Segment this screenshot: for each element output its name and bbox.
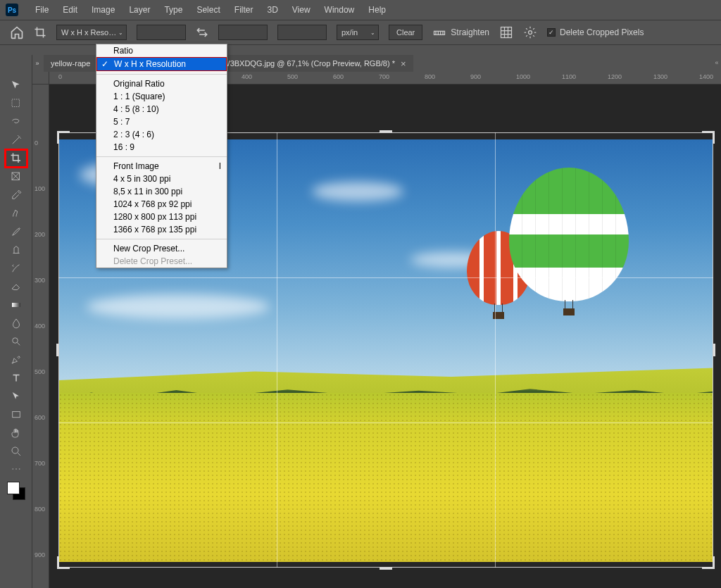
field-region [58, 393, 713, 562]
chevron-down-icon: ⌄ [370, 30, 375, 36]
balloon-green [509, 168, 629, 315]
marquee-tool[interactable] [5, 94, 27, 113]
frame-tool[interactable] [5, 168, 27, 186]
path-selection-tool[interactable] [5, 387, 27, 406]
pen-tool[interactable] [5, 351, 27, 369]
straighten-label[interactable]: Straighten [451, 27, 489, 37]
type-tool[interactable] [5, 369, 27, 387]
cloud-shape [87, 294, 270, 319]
preset-item[interactable]: 1024 x 768 px 92 ppi [96, 198, 227, 211]
crop-handle-bm[interactable] [380, 567, 392, 570]
close-tab-icon[interactable]: × [401, 58, 406, 69]
preset-item[interactable]: ✓W x H x Resolution [96, 57, 227, 71]
delete-cropped-checkbox[interactable]: ✓ Delete Cropped Pixels [547, 27, 644, 37]
menu-select[interactable]: Select [189, 2, 227, 18]
crop-width-input[interactable] [137, 25, 186, 40]
delete-cropped-label: Delete Cropped Pixels [560, 27, 644, 37]
blur-tool[interactable] [5, 314, 27, 332]
move-tool[interactable] [5, 76, 27, 94]
menu-help[interactable]: Help [361, 2, 393, 18]
preset-item[interactable]: 1 : 1 (Square) [96, 90, 227, 103]
preset-item[interactable]: 8,5 x 11 in 300 ppi [96, 185, 227, 198]
brush-tool[interactable] [5, 223, 27, 241]
preset-item[interactable]: 5 : 7 [96, 115, 227, 128]
preset-item[interactable]: New Crop Preset... [96, 242, 227, 255]
menu-bar: Ps FileEditImageLayerTypeSelectFilter3DV… [0, 0, 721, 20]
resolution-unit-select[interactable]: px/in ⌄ [337, 25, 379, 40]
menu-file[interactable]: File [28, 2, 56, 18]
preset-item[interactable]: Original Ratio [96, 77, 227, 90]
preset-item[interactable]: 4 x 5 in 300 ppi [96, 173, 227, 185]
crop-preset-menu: Ratio✓W x H x ResolutionOriginal Ratio1 … [96, 44, 227, 268]
tab-chevron-icon[interactable]: » [32, 56, 42, 71]
zoom-tool[interactable] [5, 442, 27, 461]
menu-view[interactable]: View [285, 2, 318, 18]
menu-image[interactable]: Image [84, 2, 122, 18]
eraser-tool[interactable] [5, 277, 27, 296]
checkbox-icon: ✓ [547, 28, 556, 37]
edit-toolbar-icon[interactable]: ⋯ [11, 463, 21, 475]
menu-layer[interactable]: Layer [122, 2, 157, 18]
preset-item[interactable]: 2 : 3 (4 : 6) [96, 128, 227, 141]
svg-rect-1 [501, 27, 512, 38]
healing-brush-tool[interactable] [5, 204, 27, 223]
tools-panel: ⋯ [0, 55, 32, 588]
menu-filter[interactable]: Filter [227, 2, 261, 18]
panel-expand-icon[interactable]: « [713, 55, 721, 70]
options-bar: W x H x Reso… ⌄ px/in ⌄ Clear Straighten… [0, 20, 721, 45]
preset-item[interactable]: Ratio [96, 44, 227, 57]
preset-item[interactable]: 4 : 5 (8 : 10) [96, 103, 227, 115]
document-title-prefix: yellow-rape [51, 59, 90, 68]
menu-3d[interactable]: 3D [260, 2, 284, 18]
gradient-tool[interactable] [5, 296, 27, 314]
svg-rect-7 [12, 412, 20, 418]
hand-tool[interactable] [5, 424, 27, 442]
unit-label: px/in [341, 28, 358, 37]
svg-point-6 [12, 338, 18, 344]
clear-button[interactable]: Clear [389, 25, 422, 40]
home-icon[interactable] [10, 25, 24, 39]
dodge-tool[interactable] [5, 332, 27, 351]
eyedropper-tool[interactable] [5, 186, 27, 204]
app-logo: Ps [6, 4, 18, 16]
lasso-tool[interactable] [5, 113, 27, 131]
chevron-down-icon: ⌄ [118, 30, 123, 36]
clone-stamp-tool[interactable] [5, 241, 27, 259]
cloud-shape [312, 182, 403, 201]
swap-dimensions-icon[interactable] [196, 26, 208, 39]
crop-tool-icon [34, 26, 46, 39]
preset-item[interactable]: Front ImageI [96, 160, 227, 173]
preset-item[interactable]: 16 : 9 [96, 141, 227, 154]
svg-point-2 [529, 31, 532, 35]
ruler-corner [32, 72, 49, 85]
menu-type[interactable]: Type [157, 2, 189, 18]
crop-resolution-input[interactable] [277, 25, 327, 40]
history-brush-tool[interactable] [5, 259, 27, 277]
crop-preset-label: W x H x Reso… [61, 28, 116, 37]
svg-rect-3 [12, 99, 20, 107]
color-swatches[interactable] [7, 482, 25, 500]
preset-item[interactable]: 1366 x 768 px 135 ppi [96, 223, 227, 236]
preset-item: Delete Crop Preset... [96, 255, 227, 268]
preset-item[interactable]: 1280 x 800 px 113 ppi [96, 211, 227, 223]
document-title-suffix: W3BXDQG.jpg @ 67,1% (Crop Preview, RGB/8… [222, 59, 395, 68]
svg-rect-5 [12, 303, 20, 307]
menu-edit[interactable]: Edit [56, 2, 84, 18]
magic-wand-tool[interactable] [5, 131, 27, 149]
crop-preset-dropdown[interactable]: W x H x Reso… ⌄ [56, 25, 127, 40]
crop-height-input[interactable] [218, 25, 268, 40]
menu-window[interactable]: Window [318, 2, 362, 18]
overlay-grid-icon[interactable] [499, 25, 513, 39]
rectangle-tool[interactable] [5, 406, 27, 424]
straighten-icon[interactable] [432, 25, 446, 39]
svg-point-8 [12, 447, 18, 453]
crop-handle-tm[interactable] [380, 130, 392, 133]
crop-tool[interactable] [5, 149, 27, 168]
crop-options-icon[interactable] [523, 25, 537, 39]
ruler-vertical: 0100200300400500600700800900 [32, 85, 49, 588]
